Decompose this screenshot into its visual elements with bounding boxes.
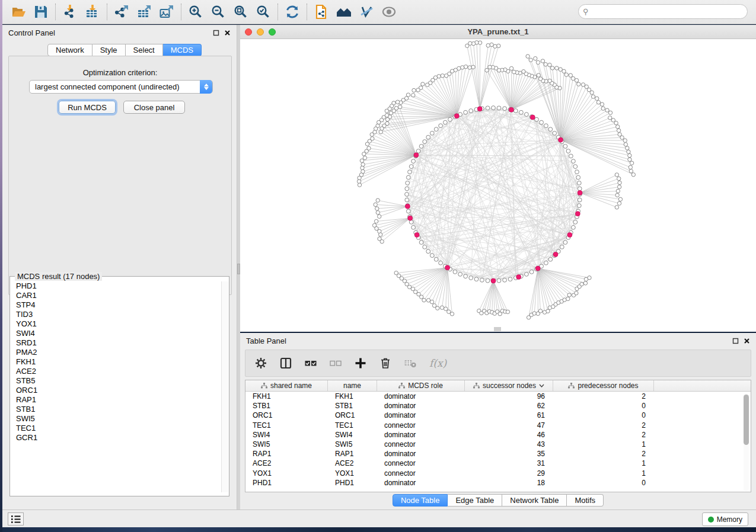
column-header-name[interactable]: name	[328, 380, 377, 391]
toolbar-separator	[307, 4, 307, 20]
close-panel-icon[interactable]	[224, 30, 231, 36]
mcds-result-item[interactable]: STB5	[11, 376, 221, 386]
table-cell: SWI4	[328, 431, 377, 439]
network-file-icon[interactable]	[310, 2, 333, 22]
table-cell: ORC1	[328, 411, 377, 419]
tab-network[interactable]: Network	[47, 44, 92, 56]
tab-edge-table[interactable]: Edge Table	[448, 494, 502, 507]
tab-network-table[interactable]: Network Table	[502, 494, 567, 507]
table-cell: RAP1	[328, 450, 377, 458]
open-folder-icon[interactable]	[7, 2, 30, 22]
mcds-result-item[interactable]: CAR1	[11, 291, 221, 300]
mcds-result-item[interactable]: ORC1	[11, 386, 221, 395]
zoom-in-icon[interactable]	[184, 2, 207, 22]
table-row[interactable]: PHD1PHD1dominator180	[245, 478, 751, 488]
zoom-selected-icon[interactable]	[252, 2, 275, 22]
export-image-icon[interactable]	[155, 2, 178, 22]
node-table: shared namenameMCDS rolesuccessor nodesp…	[245, 380, 751, 492]
search-input[interactable]	[578, 4, 748, 19]
float-table-panel-icon[interactable]	[732, 338, 739, 344]
control-panel: Control Panel NetworkStyleSelectMCDS Opt…	[2, 25, 237, 509]
table-cell: connector	[377, 421, 465, 430]
table-scrollbar	[744, 393, 749, 491]
table-cell: 18	[465, 479, 553, 487]
table-row[interactable]: YOX1YOX1connector291	[245, 469, 751, 478]
table-row[interactable]: FKH1FKH1dominator962	[245, 392, 751, 401]
table-row[interactable]: TEC1TEC1connector472	[245, 421, 751, 430]
automation-panel-button[interactable]	[8, 512, 24, 525]
float-panel-icon[interactable]	[213, 30, 219, 36]
mcds-result-item[interactable]: STP4	[11, 300, 221, 310]
export-network-icon[interactable]	[110, 2, 133, 22]
memory-button[interactable]: Memory	[702, 512, 748, 526]
mcds-result-item[interactable]: YOX1	[11, 319, 221, 329]
table-row[interactable]: SWI4SWI4dominator462	[245, 430, 751, 440]
export-table-icon[interactable]	[133, 2, 155, 22]
tab-style[interactable]: Style	[92, 44, 126, 56]
table-row[interactable]: SWI5SWI5connector431	[245, 440, 751, 449]
save-icon[interactable]	[30, 2, 52, 22]
table-body: FKH1FKH1dominator962STB1STB1dominator620…	[245, 392, 751, 488]
column-header-MCDS-role[interactable]: MCDS role	[377, 380, 465, 391]
toolbar-separator	[107, 4, 107, 20]
select-all-icon[interactable]	[305, 357, 317, 369]
mcds-result-item[interactable]: PMA2	[11, 348, 221, 357]
eye-icon[interactable]	[378, 2, 400, 22]
mcds-result-item[interactable]: TID3	[11, 310, 221, 319]
network-graph[interactable]	[240, 40, 756, 332]
import-table-icon[interactable]	[81, 2, 104, 22]
delete-column-icon[interactable]	[379, 357, 391, 369]
table-tabbar: Node TableEdge TableNetwork TableMotifs	[240, 494, 756, 507]
column-header-filler	[654, 380, 751, 391]
mcds-result-item[interactable]: ACE2	[11, 367, 221, 376]
table-cell: STB1	[245, 402, 328, 410]
zoom-out-icon[interactable]	[207, 2, 229, 22]
import-network-icon[interactable]	[59, 2, 81, 22]
table-cell: 2	[553, 392, 654, 400]
network-splitter-grip[interactable]	[494, 327, 501, 331]
gear-icon[interactable]	[255, 357, 267, 369]
tab-node-table[interactable]: Node Table	[393, 494, 448, 507]
houses-icon[interactable]	[333, 2, 355, 22]
mcds-result-item[interactable]: SWI5	[11, 414, 221, 424]
table-cell: FKH1	[328, 392, 377, 400]
tab-motifs[interactable]: Motifs	[567, 494, 604, 507]
mcds-result-item[interactable]: SRD1	[11, 338, 221, 348]
mcds-result-item[interactable]: RAP1	[11, 395, 221, 405]
table-cell: SWI5	[328, 440, 377, 448]
network-canvas[interactable]	[240, 40, 756, 332]
mcds-result-item[interactable]: FKH1	[11, 357, 221, 367]
column-header-predecessor-nodes[interactable]: predecessor nodes	[553, 380, 654, 391]
graphics-details-icon[interactable]	[355, 2, 378, 22]
mcds-result-item[interactable]: GCR1	[11, 433, 221, 443]
table-row[interactable]: RAP1RAP1dominator352	[245, 449, 751, 459]
columns-icon[interactable]	[280, 357, 292, 369]
table-row[interactable]: STB1STB1dominator620	[245, 401, 751, 411]
network-window-titlebar[interactable]: YPA_prune.txt_1	[240, 25, 756, 39]
mcds-result-item[interactable]: SWI4	[11, 329, 221, 338]
add-column-icon[interactable]	[355, 357, 366, 369]
tab-mcds[interactable]: MCDS	[163, 44, 202, 56]
tab-select[interactable]: Select	[126, 44, 163, 56]
table-row[interactable]: ORC1ORC1dominator610	[245, 411, 751, 420]
refresh-icon[interactable]	[281, 2, 304, 22]
zoom-fit-icon[interactable]	[229, 2, 252, 22]
mcds-result-item[interactable]: TEC1	[11, 424, 221, 433]
mcds-list-scrollbar[interactable]	[221, 281, 228, 492]
table-cell: ACE2	[328, 459, 377, 467]
run-mcds-button[interactable]: Run MCDS	[59, 101, 116, 114]
table-scrollbar-thumb[interactable]	[744, 395, 749, 445]
close-table-panel-icon[interactable]	[744, 338, 750, 344]
column-header-successor-nodes[interactable]: successor nodes	[465, 380, 553, 391]
table-cell: dominator	[377, 402, 465, 410]
close-panel-button[interactable]: Close panel	[123, 101, 185, 114]
column-header-shared-name[interactable]: shared name	[245, 380, 328, 391]
mcds-result-item[interactable]: PHD1	[11, 281, 221, 291]
deselect-all-icon[interactable]	[330, 357, 342, 369]
criterion-dropdown[interactable]: largest connected component (undirected)	[29, 80, 213, 94]
table-cell: ORC1	[245, 411, 328, 419]
table-row[interactable]: ACE2ACE2connector311	[245, 459, 751, 468]
table-cell: STB1	[328, 402, 377, 410]
control-panel-tabbar: NetworkStyleSelectMCDS	[47, 44, 202, 56]
mcds-result-item[interactable]: STB1	[11, 405, 221, 414]
